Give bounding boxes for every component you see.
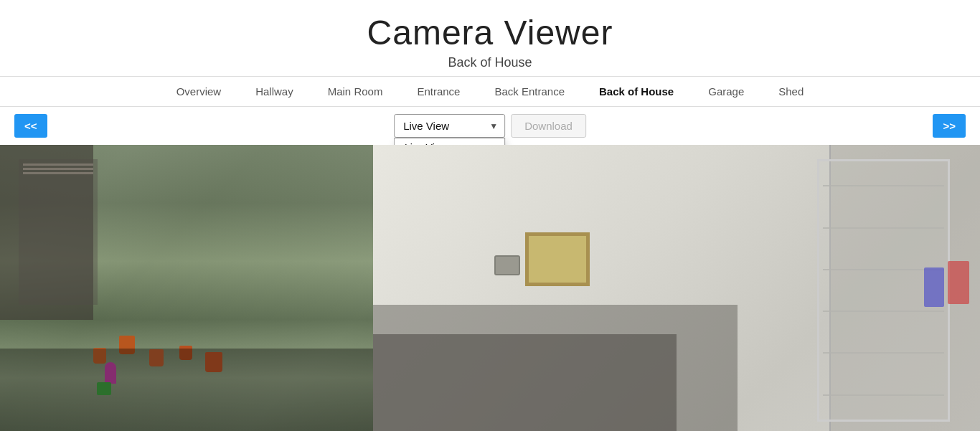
- camera-right-panel: [373, 145, 980, 431]
- nav-item-main-room[interactable]: Main Room: [325, 84, 386, 99]
- nav-item-overview[interactable]: Overview: [174, 84, 225, 99]
- prev-button[interactable]: <<: [14, 114, 47, 138]
- nav-item-garage[interactable]: Garage: [705, 84, 747, 99]
- camera-left-panel: [0, 145, 373, 431]
- view-select-wrapper: Live ViewMo, 28.03.202215:05 - 15:1015:0…: [394, 114, 505, 138]
- navigation: OverviewHallwayMain RoomEntranceBack Ent…: [0, 76, 980, 107]
- camera-subtitle: Back of House: [0, 55, 980, 70]
- nav-item-shed[interactable]: Shed: [776, 84, 806, 99]
- nav-item-entrance[interactable]: Entrance: [414, 84, 463, 99]
- app-title: Camera Viewer: [0, 13, 980, 52]
- select-container: Live ViewMo, 28.03.202215:05 - 15:1015:0…: [394, 114, 586, 138]
- controls-bar: << Live ViewMo, 28.03.202215:05 - 15:101…: [0, 107, 980, 145]
- header: Camera Viewer Back of House: [0, 0, 980, 76]
- nav-item-back-of-house[interactable]: Back of House: [596, 84, 677, 99]
- download-button[interactable]: Download: [511, 114, 586, 138]
- nav-item-hallway[interactable]: Hallway: [253, 84, 296, 99]
- view-select[interactable]: Live ViewMo, 28.03.202215:05 - 15:1015:0…: [394, 114, 505, 138]
- camera-view: [0, 145, 980, 431]
- next-button[interactable]: >>: [933, 114, 966, 138]
- nav-item-back-entrance[interactable]: Back Entrance: [491, 84, 567, 99]
